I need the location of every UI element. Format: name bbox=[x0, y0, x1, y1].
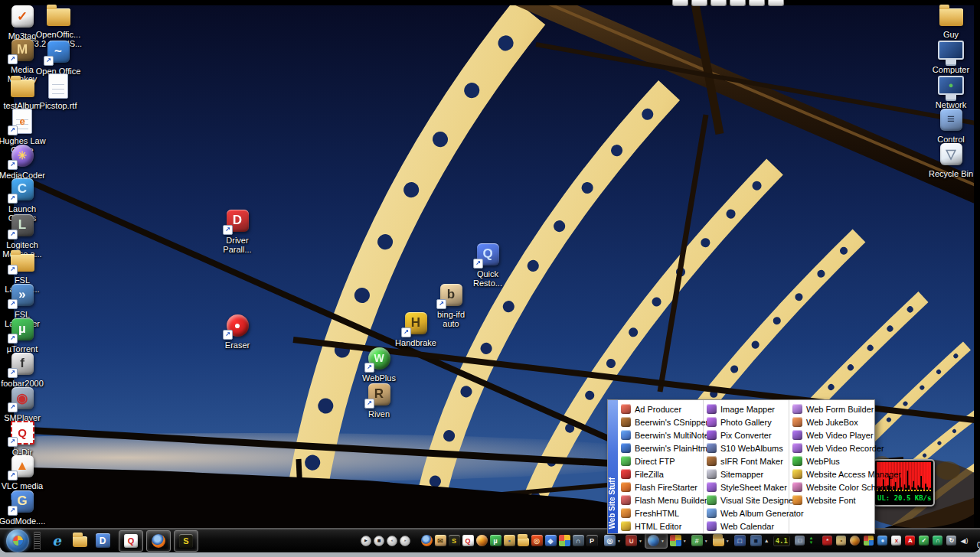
dock-tab[interactable] bbox=[691, 0, 707, 6]
dock-tab[interactable] bbox=[730, 0, 746, 6]
menu-item-web-calendar[interactable]: Web Calendar bbox=[704, 520, 789, 533]
dock-tab[interactable] bbox=[672, 0, 688, 6]
desktop-icon-quick-resto[interactable]: Q↗Quick Resto... bbox=[460, 241, 515, 288]
menu-item-webplus[interactable]: WebPlus bbox=[789, 454, 876, 467]
firefox-task-button[interactable] bbox=[146, 530, 171, 552]
blue-app-icon[interactable]: ◆ bbox=[544, 535, 557, 547]
ati-icon[interactable]: A bbox=[904, 535, 916, 546]
photos-icon[interactable]: ▪ bbox=[503, 535, 515, 547]
menu-item-web-album-generator[interactable]: Web Album Generator bbox=[704, 507, 789, 520]
clock[interactable]: 20:28 09/02/2010 bbox=[977, 532, 980, 550]
window-switcher-icon[interactable]: □ bbox=[794, 535, 805, 546]
menu-item-html-editor[interactable]: HTML Editor bbox=[618, 520, 703, 533]
desktop-icon-open-office[interactable]: ~↗Open Office bbox=[31, 38, 86, 76]
menu-item-s10-webalbums[interactable]: S10 WebAlbums bbox=[704, 441, 789, 454]
satellite-icon[interactable]: * bbox=[822, 535, 833, 546]
explorer-folder-icon[interactable] bbox=[71, 533, 88, 549]
desktop-icon-smplayer[interactable]: ◉↗SMPlayer bbox=[0, 385, 50, 422]
menu-item-stylesheet-maker[interactable]: StyleSheet Maker bbox=[704, 480, 789, 493]
search-computer-button[interactable]: ◎▼ bbox=[602, 533, 623, 548]
firefox-icon[interactable] bbox=[420, 535, 433, 547]
show-hidden-icons-button[interactable]: ▲ bbox=[764, 538, 769, 543]
menu-item-sitemapper[interactable]: Sitemapper bbox=[704, 467, 789, 480]
du-meter-icon[interactable]: ▲▼ bbox=[808, 535, 819, 546]
lock-icon[interactable]: ∩ bbox=[572, 535, 584, 547]
desktop-icon-guy[interactable]: Guy bbox=[923, 2, 978, 39]
menu-item-website-access-manager[interactable]: Website Access Manager bbox=[789, 467, 876, 480]
menu-item-filezilla[interactable]: FileZilla bbox=[618, 467, 703, 480]
usb-device-icon[interactable]: ✓ bbox=[918, 535, 929, 546]
desktop-icon-handbrake[interactable]: H↗Handbrake bbox=[388, 310, 443, 347]
menu-item-image-mapper[interactable]: Image Mapper bbox=[704, 402, 789, 415]
desktop-icon-mediacoder[interactable]: ✳↗MediaCoder bbox=[0, 142, 50, 180]
menu-item-photo-gallery[interactable]: Photo Gallery bbox=[704, 415, 789, 428]
menu-item-sifr-font-maker[interactable]: sIFR Font Maker bbox=[704, 454, 789, 467]
red-cup-button[interactable]: ∪▼ bbox=[623, 533, 645, 548]
desktop-icon-riven[interactable]: R↗Riven bbox=[351, 381, 407, 419]
desktop-icon-godmode[interactable]: G↗GodMode.... bbox=[0, 488, 50, 526]
menu-item-website-color-schemer[interactable]: Website Color Schemer bbox=[789, 480, 876, 493]
media-library-icon[interactable]: D bbox=[94, 533, 111, 549]
monitor-button[interactable]: ■ bbox=[748, 533, 764, 548]
desktop[interactable]: ✓Mp3tagOpenOffic... 3.2 (en-US...M↗Media… bbox=[0, 0, 980, 552]
desktop-icon-picstop-rtf[interactable]: Picstop.rtf bbox=[31, 73, 86, 110]
start-button[interactable] bbox=[6, 529, 29, 552]
media-button-2[interactable]: « bbox=[387, 536, 397, 546]
desktop-icon-foobar2000[interactable]: f↗foobar2000 bbox=[0, 350, 50, 388]
desktop-icon-eraser[interactable]: ●↗Eraser bbox=[210, 312, 265, 350]
windows-flag-button[interactable]: ▼ bbox=[668, 533, 689, 548]
snap-icon[interactable]: S bbox=[448, 535, 460, 547]
web-site-stuff-globe-button[interactable]: ▼ bbox=[645, 533, 668, 549]
blue-window-button[interactable]: □ bbox=[732, 533, 748, 548]
menu-item-web-jukebox[interactable]: Web JukeBox bbox=[789, 415, 876, 428]
win-colors-icon[interactable] bbox=[558, 535, 570, 547]
dock-tab[interactable] bbox=[749, 0, 765, 6]
media-button-1[interactable]: ■ bbox=[374, 536, 384, 546]
desktop-icon-computer[interactable]: Computer bbox=[923, 37, 978, 74]
menu-item-freshhtml[interactable]: FreshHTML bbox=[618, 507, 703, 520]
gold-folder-button[interactable]: ▼ bbox=[710, 534, 732, 548]
menu-item-web-video-recorder[interactable]: Web Video Recorder bbox=[789, 441, 876, 454]
menu-item-ad-producer[interactable]: Ad Producer bbox=[618, 402, 703, 415]
menu-item-flash-menu-builder[interactable]: Flash Menu Builder bbox=[618, 493, 703, 507]
color-squares-icon[interactable] bbox=[863, 535, 874, 546]
sync-icon[interactable]: ↻ bbox=[946, 535, 957, 546]
dock-tab[interactable] bbox=[768, 0, 784, 6]
cpu-meter-tray-icon[interactable]: 4.1 bbox=[773, 536, 790, 546]
menu-item-pix-converter[interactable]: Pix Converter bbox=[704, 428, 789, 441]
menu-item-beerwin-s-multinote[interactable]: Beerwin's MultiNote bbox=[618, 428, 703, 441]
menu-item-visual-site-designer[interactable]: Visual Site Designer bbox=[704, 493, 789, 507]
orange-ball-icon[interactable] bbox=[849, 535, 861, 546]
menu-item-beerwin-s-csnipper[interactable]: Beerwin's CSnipper bbox=[618, 415, 703, 428]
action-center-icon[interactable]: x bbox=[890, 535, 902, 546]
taskbar-grip[interactable] bbox=[34, 532, 41, 550]
menu-item-flash-firestarter[interactable]: Flash FireStarter bbox=[618, 480, 703, 493]
aimp-icon[interactable] bbox=[475, 535, 488, 547]
mosaic-button[interactable]: #▼ bbox=[689, 533, 710, 548]
media-button-0[interactable]: ▶ bbox=[361, 536, 371, 546]
messenger-icon[interactable]: ● bbox=[877, 535, 888, 546]
desktop-icon-network[interactable]: ●Network bbox=[923, 72, 978, 109]
media-button-3[interactable]: » bbox=[400, 536, 410, 546]
menu-item-web-video-player[interactable]: Web Video Player bbox=[789, 428, 876, 441]
desktop-icon-webplus[interactable]: W↗WebPlus bbox=[351, 345, 407, 383]
menu-item-direct-ftp[interactable]: Direct FTP bbox=[618, 454, 703, 467]
desktop-icon-driver-parall[interactable]: D↗Driver Parall... bbox=[210, 207, 265, 254]
dock-tab[interactable] bbox=[710, 0, 727, 6]
folder-icon[interactable] bbox=[517, 535, 529, 547]
menu-item-website-font[interactable]: Website Font bbox=[789, 493, 876, 507]
speaker-icon[interactable]: ◀) bbox=[959, 535, 971, 546]
scanner-icon[interactable]: ◎ bbox=[531, 535, 543, 547]
desktop-icon-torrent[interactable]: µ↗µTorrent bbox=[0, 316, 50, 353]
desktop-icon-recycle-bin[interactable]: ▽Recycle Bin bbox=[923, 141, 978, 178]
qdir-task-button[interactable]: Q bbox=[119, 530, 143, 552]
qdir-icon[interactable]: Q bbox=[462, 535, 474, 547]
hidden-dock-tabs[interactable] bbox=[672, 0, 784, 6]
headphones-icon[interactable]: ∩ bbox=[932, 535, 943, 546]
internet-explorer-icon[interactable]: e bbox=[48, 533, 65, 549]
menu-item-beerwin-s-plainhtml[interactable]: Beerwin's PlainHtml bbox=[618, 441, 703, 454]
snap-task-button[interactable]: S bbox=[174, 530, 198, 552]
menu-item-web-form-builder[interactable]: Web Form Builder bbox=[789, 402, 876, 415]
penguin-icon[interactable]: P bbox=[586, 535, 598, 547]
utorrent-icon[interactable]: µ bbox=[489, 535, 501, 547]
